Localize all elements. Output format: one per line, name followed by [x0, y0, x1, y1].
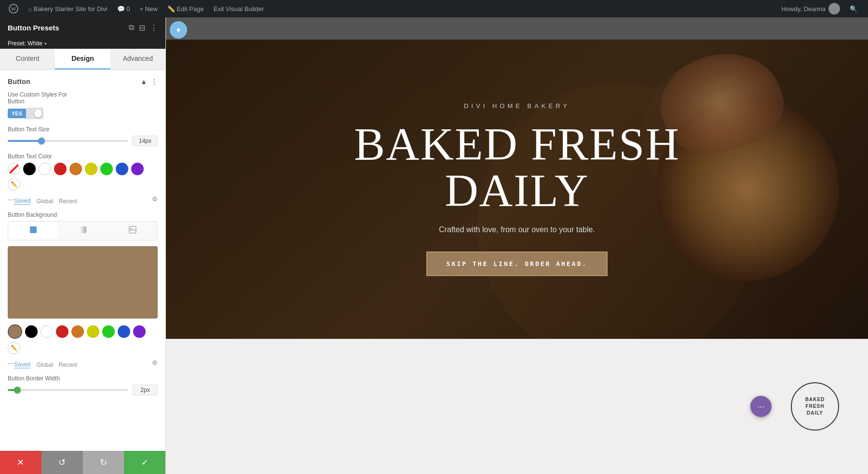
color-settings-icon[interactable]: ⚙: [152, 195, 158, 203]
purple-fab-button[interactable]: ···: [750, 396, 772, 417]
admin-bar-edit-page[interactable]: ✏️ Edit Page: [163, 0, 209, 17]
tab-content[interactable]: Content: [0, 49, 55, 70]
border-width-value[interactable]: 2px: [133, 385, 158, 395]
yellow-color-swatch[interactable]: [85, 163, 97, 175]
color-tab-recent[interactable]: Recent: [59, 198, 77, 205]
bg-color-tab-global[interactable]: Global: [36, 362, 53, 368]
toggle-slider[interactable]: [26, 108, 43, 119]
transparent-color-swatch[interactable]: [8, 163, 20, 175]
admin-bar-comments[interactable]: 💬 0: [112, 0, 135, 17]
confirm-button[interactable]: ✓: [124, 451, 165, 474]
hero-cta-button[interactable]: SKIP THE LINE. ORDER AHEAD.: [426, 251, 608, 276]
blue-color-swatch-2[interactable]: [118, 325, 130, 338]
admin-bar-site[interactable]: ⌂ Bakery Starter Site for Divi: [23, 0, 112, 17]
wp-logo-icon[interactable]: W: [6, 0, 21, 17]
hero-subtitle: DIVI HOME BAKERY: [464, 102, 570, 110]
active-color-swatch[interactable]: [8, 324, 22, 339]
text-size-slider[interactable]: [8, 140, 128, 142]
tab-design[interactable]: Design: [55, 49, 110, 70]
duplicate-icon[interactable]: ⧉: [129, 23, 134, 32]
red-color-swatch-2[interactable]: [56, 325, 68, 338]
toggle-yes-label[interactable]: YES: [8, 109, 26, 118]
admin-bar-search[interactable]: 🔍: [845, 0, 862, 17]
custom-styles-toggle[interactable]: YES: [8, 108, 158, 119]
green-color-swatch-2[interactable]: [102, 325, 115, 338]
color-tab-global[interactable]: Global: [36, 198, 53, 205]
custom-styles-label: Use Custom Styles For Button: [8, 91, 158, 105]
close-button[interactable]: ✕: [0, 451, 41, 474]
svg-rect-3: [80, 226, 86, 233]
collapse-icon[interactable]: ⊟: [139, 23, 145, 32]
bg-color-settings-icon[interactable]: ⚙: [152, 359, 158, 366]
bg-color-dots-icon[interactable]: ···: [8, 359, 14, 368]
more-options-icon[interactable]: ⋮: [150, 23, 158, 32]
hero-title: BAKED FRESH DAILY: [354, 121, 679, 214]
hero-tagline: Crafted with love, from our oven to your…: [439, 225, 595, 234]
bg-color-tab-saved[interactable]: Saved: [14, 361, 30, 368]
bg-type-image[interactable]: [108, 222, 157, 240]
bg-type-solid[interactable]: [8, 222, 58, 240]
panel-preset[interactable]: Preset: White ▾: [0, 38, 165, 49]
stamp-circle: BAKED FRESH DAILY: [791, 382, 839, 431]
svg-rect-4: [129, 226, 136, 233]
svg-rect-2: [30, 226, 37, 233]
svg-text:W: W: [11, 6, 16, 12]
border-width-slider[interactable]: [8, 389, 128, 391]
close-icon: ✕: [17, 457, 24, 468]
red-color-swatch[interactable]: [54, 163, 67, 175]
left-panel: Button Presets ⧉ ⊟ ⋮ Preset: White ▾ Con…: [0, 17, 166, 474]
color-tab-saved[interactable]: Saved: [14, 197, 30, 205]
admin-bar-user[interactable]: Howdy, Deanna: [776, 0, 845, 17]
bg-color-tab-recent[interactable]: Recent: [59, 362, 77, 368]
text-size-label: Button Text Size: [8, 126, 158, 133]
purple-color-swatch-2[interactable]: [133, 325, 146, 338]
text-color-row: ✏️: [8, 163, 158, 191]
black-color-swatch-2[interactable]: [25, 325, 38, 338]
border-width-field: Button Border Width 2px: [8, 375, 158, 395]
section-more-icon[interactable]: ⋮: [151, 78, 158, 85]
bg-color-tabs: Saved Global Recent: [14, 361, 77, 368]
custom-color-swatch[interactable]: ✏️: [8, 178, 20, 191]
panel-footer: ✕ ↺ ↻ ✓: [0, 451, 165, 474]
text-color-field: Button Text Color ✏️ ··· Saved: [8, 153, 158, 205]
stamp-text: BAKED FRESH DAILY: [805, 396, 825, 417]
bottom-color-row: ✏️: [8, 324, 158, 354]
wp-admin-bar: W ⌂ Bakery Starter Site for Divi 💬 0 + N…: [0, 0, 868, 17]
slider-fill: [8, 140, 41, 142]
comment-icon: 💬: [117, 5, 125, 13]
section-header: Button ▲ ⋮: [8, 78, 158, 85]
custom-color-swatch-2[interactable]: ✏️: [8, 342, 20, 354]
undo-icon: ↺: [58, 457, 66, 468]
black-color-swatch[interactable]: [23, 163, 36, 175]
blue-color-swatch[interactable]: [116, 163, 128, 175]
admin-bar-exit-builder[interactable]: Exit Visual Builder: [209, 0, 269, 17]
tab-advanced[interactable]: Advanced: [110, 49, 165, 70]
yellow-color-swatch-2[interactable]: [87, 325, 99, 338]
panel-title: Button Presets: [8, 24, 59, 32]
section-collapse-icon[interactable]: ▲: [140, 78, 147, 85]
bg-type-gradient[interactable]: [58, 222, 108, 240]
panel-header-icons: ⧉ ⊟ ⋮: [129, 23, 158, 32]
white-color-swatch-2[interactable]: [41, 325, 53, 338]
border-width-label: Button Border Width: [8, 375, 158, 382]
purple-color-swatch[interactable]: [131, 163, 144, 175]
bg-type-tabs: [8, 221, 158, 240]
green-color-swatch[interactable]: [100, 163, 113, 175]
canvas-area: ♦ DIVI HOME BAKERY BAKED FRESH DAILY Cra…: [166, 17, 868, 474]
orange-color-swatch[interactable]: [69, 163, 82, 175]
undo-button[interactable]: ↺: [41, 451, 83, 474]
color-dots-icon[interactable]: ···: [8, 195, 14, 204]
text-size-slider-row: 14px: [8, 136, 158, 146]
divi-floating-button[interactable]: ♦: [170, 21, 187, 39]
redo-button[interactable]: ↻: [83, 451, 124, 474]
color-tabs: Saved Global Recent: [14, 197, 77, 205]
slider-thumb[interactable]: [38, 138, 45, 144]
text-size-value[interactable]: 14px: [133, 136, 158, 146]
panel-body: Button ▲ ⋮ Use Custom Styles For Button …: [0, 70, 165, 451]
color-preview-large[interactable]: [8, 246, 158, 319]
white-color-swatch[interactable]: [39, 163, 51, 175]
orange-color-swatch-2[interactable]: [71, 325, 84, 338]
admin-bar-new[interactable]: + New: [135, 0, 163, 17]
border-slider-thumb[interactable]: [14, 387, 21, 393]
border-width-slider-row: 2px: [8, 385, 158, 395]
